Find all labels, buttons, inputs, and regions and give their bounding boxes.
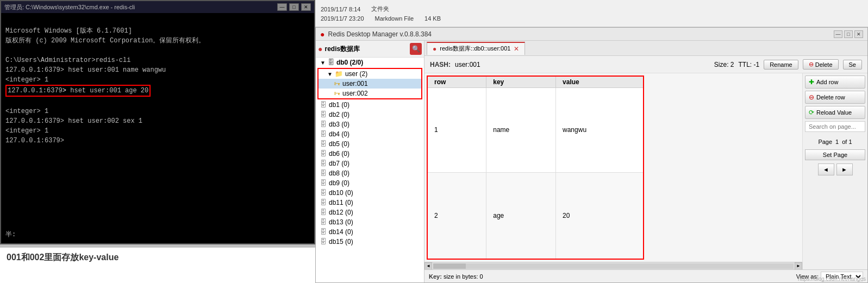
tree-user001[interactable]: 🗝 user:001 <box>319 79 421 89</box>
tree-search-bar: ● redis数据库 🔍 <box>316 41 424 58</box>
tree-db12[interactable]: 🗄db12 (0) <box>316 207 424 217</box>
tree-db9[interactable]: 🗄db9 (0) <box>316 178 424 188</box>
file-row-2: 2019/11/7 23:20 Markdown File 14 KB <box>321 14 868 23</box>
table-cell-row: 2 <box>427 172 486 259</box>
rdm-titlebar: ● Redis Desktop Manager v.0.8.8.384 — □ … <box>316 28 867 41</box>
cmd-window: 管理员: C:\Windows\system32\cmd.exe - redis… <box>0 0 315 244</box>
delete-row-button[interactable]: ⊖ Delete row <box>805 91 865 104</box>
nav-prev-button[interactable]: ◄ <box>818 163 834 175</box>
page-label: Page <box>818 139 832 145</box>
rdm-title: Redis Desktop Manager v.0.8.8.384 <box>328 30 432 38</box>
hash-label: HASH: <box>430 61 451 68</box>
reload-value-button[interactable]: ⟳ Reload Value <box>805 106 865 119</box>
user002-label: user:002 <box>342 90 368 97</box>
key-label: Key: <box>429 273 442 280</box>
delete-icon: ⊖ <box>809 61 814 68</box>
tree-db2[interactable]: 🗄db2 (0) <box>316 110 424 120</box>
reload-icon: ⟳ <box>809 109 814 116</box>
rdm-window: ● Redis Desktop Manager v.0.8.8.384 — □ … <box>315 27 868 283</box>
tree-db11[interactable]: 🗄db11 (0) <box>316 198 424 207</box>
tree-db15[interactable]: 🗄db15 (0) <box>316 237 424 247</box>
ttl-label: TTL: -1 <box>738 61 759 68</box>
cmd-line-2: <integer> 1 127.0.0.1:6379> hset user:00… <box>5 108 142 144</box>
tree-db5[interactable]: 🗄db5 (0) <box>316 139 424 149</box>
rdm-main-area: ● redis数据库 🔍 ▼ 🗄 db0 (2/0) ▼ 📁 user (2) <box>316 41 867 282</box>
rename-button[interactable]: Rename <box>764 60 798 70</box>
tree-db8[interactable]: 🗄db8 (0) <box>316 168 424 178</box>
add-icon: ✚ <box>809 78 814 86</box>
cmd-content: Microsoft Windows [版本 6.1.7601] 版权所有 (c)… <box>1 13 314 159</box>
se-button[interactable]: Se <box>843 60 862 70</box>
set-page-button[interactable]: Set Page <box>805 149 865 160</box>
tree-db3[interactable]: 🗄db3 (0) <box>316 120 424 129</box>
tree-db0[interactable]: ▼ 🗄 db0 (2/0) <box>316 58 424 67</box>
table-cell-key: name <box>486 88 556 173</box>
of-label: of 1 <box>842 139 852 145</box>
key-size-value: size in bytes: 0 <box>444 273 483 280</box>
tree-db10[interactable]: 🗄db10 (0) <box>316 188 424 198</box>
tree-db1[interactable]: 🗄db1 (0) <box>316 100 424 110</box>
db0-label: db0 (2/0) <box>336 59 363 66</box>
scroll-thumb[interactable] <box>433 263 466 269</box>
tab-user001[interactable]: ● redis数据库::db0::user:001 ✕ <box>427 42 525 55</box>
search-on-page-input[interactable] <box>805 121 865 132</box>
tree-db14[interactable]: 🗄db14 (0) <box>316 227 424 237</box>
file2-date: 2019/11/7 23:20 <box>321 15 364 22</box>
tree-user-group[interactable]: ▼ 📁 user (2) <box>319 69 421 79</box>
page-number: 1 <box>835 139 839 145</box>
rdm-minimize-button[interactable]: — <box>834 30 842 38</box>
rdm-maximize-button[interactable]: □ <box>844 30 853 38</box>
file1-type: 文件夹 <box>371 5 389 13</box>
delete-button[interactable]: ⊖ Delete <box>803 59 839 70</box>
rdm-close-button[interactable]: ✕ <box>854 30 863 38</box>
user-group-highlight: ▼ 📁 user (2) 🗝 user:001 🗝 user:002 <box>317 68 422 99</box>
top-file-bar: 2019/11/7 8:14 文件夹 2019/11/7 23:20 Markd… <box>315 0 868 27</box>
cmd-line-1: Microsoft Windows [版本 6.1.7601] 版权所有 (c)… <box>5 27 205 84</box>
key-icon: 🗝 <box>334 80 340 87</box>
file-row-1: 2019/11/7 8:14 文件夹 <box>321 4 868 14</box>
table-container: row key value 1namewangwu2age20 ◄ <box>424 73 802 269</box>
expand-icon: ▼ <box>327 71 333 77</box>
table-actions-area: row key value 1namewangwu2age20 ◄ <box>424 73 867 269</box>
cmd-highlight-line: 127.0.0.1:6379> hset user:001 age 20 <box>5 85 151 97</box>
file2-size: 14 KB <box>424 15 441 22</box>
tab-redis-icon: ● <box>433 45 436 53</box>
tree-user002[interactable]: 🗝 user:002 <box>319 89 421 98</box>
scroll-track[interactable] <box>433 263 794 269</box>
tree-db13[interactable]: 🗄db13 (0) <box>316 217 424 227</box>
bottom-annotation: 001和002里面存放key-value <box>0 247 315 283</box>
cmd-title: 管理员: C:\Windows\system32\cmd.exe - redis… <box>4 3 135 11</box>
content-panel: ● redis数据库::db0::user:001 ✕ HASH: user:0… <box>424 41 867 282</box>
scroll-right-arrow[interactable]: ► <box>795 262 802 270</box>
col-key: key <box>486 76 556 88</box>
cmd-titlebar-buttons[interactable]: — □ ✕ <box>277 3 311 11</box>
file2-type: Markdown File <box>375 15 414 22</box>
tree-db7[interactable]: 🗄db7 (0) <box>316 159 424 168</box>
scroll-left-arrow[interactable]: ◄ <box>424 262 432 270</box>
expand-icon: ▼ <box>320 60 326 66</box>
cmd-close-button[interactable]: ✕ <box>301 3 311 11</box>
size-label: Size: 2 <box>714 61 734 68</box>
tree-panel: ● redis数据库 🔍 ▼ 🗄 db0 (2/0) ▼ 📁 user (2) <box>316 41 424 282</box>
search-icon[interactable]: 🔍 <box>410 43 422 55</box>
data-table-area: row key value 1namewangwu2age20 <box>424 73 802 262</box>
tree-db4[interactable]: 🗄db4 (0) <box>316 129 424 139</box>
table-row[interactable]: 1namewangwu <box>427 88 644 173</box>
rdm-logo-icon: ● <box>320 30 324 39</box>
table-cell-key: age <box>486 172 556 259</box>
horizontal-scrollbar[interactable]: ◄ ► <box>424 262 802 269</box>
col-value: value <box>556 76 644 88</box>
nav-next-button[interactable]: ► <box>836 163 853 175</box>
add-row-button[interactable]: ✚ Add row <box>805 76 865 89</box>
cmd-maximize-button[interactable]: □ <box>289 3 299 11</box>
redis-icon: ● <box>318 45 322 53</box>
cmd-titlebar: 管理员: C:\Windows\system32\cmd.exe - redis… <box>1 1 314 13</box>
tab-close-button[interactable]: ✕ <box>514 45 519 53</box>
hash-table: row key value 1namewangwu2age20 <box>427 76 644 260</box>
table-row[interactable]: 2age20 <box>427 172 644 259</box>
col-row: row <box>427 76 486 88</box>
tree-db6[interactable]: 🗄db6 (0) <box>316 149 424 159</box>
hash-key-value: user:001 <box>455 61 480 68</box>
folder-icon: 📁 <box>335 70 343 78</box>
cmd-minimize-button[interactable]: — <box>277 3 287 11</box>
